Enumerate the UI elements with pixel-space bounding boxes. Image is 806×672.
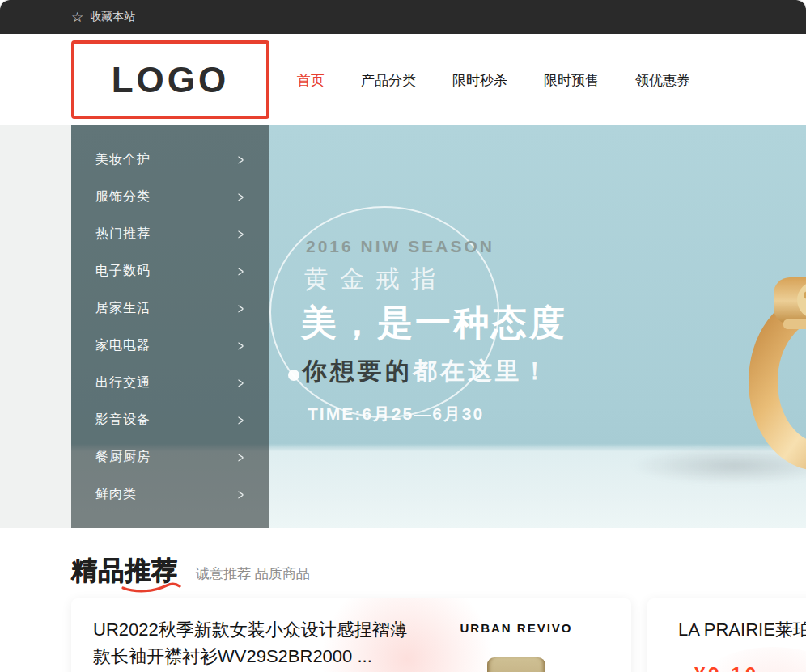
sidebar-item-label: 餐厨厨房 — [95, 449, 151, 466]
category-sidebar: 美妆个护 > 服饰分类 > 热门推荐 > 电子数码 > 居家生活 > 家电电器 … — [71, 125, 269, 528]
nav-item-home[interactable]: 首页 — [297, 71, 325, 90]
banner-subtitle: 黄金戒指 — [304, 263, 567, 296]
nav-item-coupons[interactable]: 领优惠券 — [635, 71, 690, 90]
gold-ring-image — [735, 273, 806, 471]
sidebar-item-home-life[interactable]: 居家生活 > — [71, 290, 269, 327]
banner-time: TIME:6月25—6月30 — [308, 403, 567, 425]
sidebar-item-label: 影音设备 — [95, 412, 151, 429]
sidebar-item-label: 热门推荐 — [95, 226, 151, 243]
hero-section: 2016 NIW SEASON 黄金戒指 美，是一种态度 你想要的都在这里！ T… — [0, 125, 806, 528]
topbar: ☆ 收藏本站 — [0, 0, 806, 34]
main-nav: 首页 产品分类 限时秒杀 限时预售 领优惠券 — [297, 71, 690, 90]
sidebar-item-label: 服饰分类 — [95, 188, 151, 205]
recommend-header: 精品推荐 诚意推荐 品质商品 — [71, 553, 310, 589]
nav-item-flash-sale[interactable]: 限时秒杀 — [452, 71, 507, 90]
logo[interactable]: LOGO — [71, 40, 269, 119]
product-title: LA PRAIRIE莱珀 — [678, 618, 806, 642]
sidebar-item-label: 家电电器 — [95, 337, 151, 354]
product-title: UR2022秋季新款女装小众设计感捏褶薄款长袖开襟衬衫WV29S2BR2000 … — [93, 616, 425, 670]
sidebar-item-apparel[interactable]: 服饰分类 > — [71, 178, 269, 215]
sidebar-item-digital[interactable]: 电子数码 > — [71, 252, 269, 290]
sidebar-item-beauty[interactable]: 美妆个护 > — [71, 141, 269, 178]
banner-tagline-light: 都在这里！ — [413, 357, 550, 384]
left-gutter — [0, 125, 71, 528]
logo-text: LOGO — [112, 60, 230, 100]
sidebar-item-label: 居家生活 — [95, 300, 151, 317]
chevron-right-icon: > — [238, 263, 244, 279]
sidebar-item-fresh-meat[interactable]: 鲜肉类 > — [71, 475, 269, 513]
chevron-right-icon: > — [238, 486, 244, 502]
nav-item-presale[interactable]: 限时预售 — [544, 71, 599, 90]
recommend-title: 精品推荐 — [71, 553, 178, 589]
chevron-right-icon: > — [238, 337, 244, 353]
sidebar-item-appliances[interactable]: 家电电器 > — [71, 327, 269, 364]
recommend-subtitle: 诚意推荐 品质商品 — [196, 564, 310, 583]
sidebar-item-label: 美妆个护 — [95, 151, 151, 168]
sidebar-item-label: 鲜肉类 — [95, 486, 137, 503]
chevron-right-icon: > — [238, 374, 244, 391]
favorite-site-button[interactable]: ☆ 收藏本站 — [71, 10, 135, 24]
chevron-right-icon: > — [238, 449, 244, 465]
favorite-site-label: 收藏本站 — [90, 10, 135, 24]
chevron-right-icon: > — [238, 188, 244, 205]
product-card[interactable]: LA PRAIRIE莱珀 ¥9.10 — [647, 598, 806, 672]
banner-tagline-dark: 你想要的 — [303, 357, 413, 384]
product-card[interactable]: UR2022秋季新款女装小众设计感捏褶薄款长袖开襟衬衫WV29S2BR2000 … — [71, 598, 631, 672]
brand-block: URBAN REVIVO — [427, 621, 605, 672]
sidebar-item-label: 电子数码 — [95, 263, 151, 280]
product-image — [487, 657, 545, 672]
sidebar-item-label: 出行交通 — [95, 374, 151, 391]
chevron-right-icon: > — [238, 300, 244, 316]
red-swoosh-decoration — [121, 581, 181, 594]
chevron-right-icon: > — [238, 151, 244, 167]
sidebar-item-hot[interactable]: 热门推荐 > — [71, 215, 269, 252]
nav-item-categories[interactable]: 产品分类 — [361, 71, 416, 90]
banner-tagline: 你想要的都在这里！ — [303, 355, 567, 388]
sidebar-item-kitchen[interactable]: 餐厨厨房 > — [71, 438, 269, 475]
chevron-right-icon: > — [238, 226, 244, 242]
banner-season: 2016 NIW SEASON — [306, 237, 567, 256]
sidebar-item-av-equipment[interactable]: 影音设备 > — [71, 401, 269, 438]
sidebar-item-transport[interactable]: 出行交通 > — [71, 364, 269, 401]
dot-decoration — [288, 370, 299, 381]
brand-name: URBAN REVIVO — [427, 621, 605, 635]
header: LOGO 首页 产品分类 限时秒杀 限时预售 领优惠券 — [0, 34, 806, 125]
page: ☆ 收藏本站 LOGO 首页 产品分类 限时秒杀 限时预售 领优惠券 2016 … — [0, 0, 806, 672]
banner-text: 2016 NIW SEASON 黄金戒指 美，是一种态度 你想要的都在这里！ T… — [301, 237, 567, 425]
chevron-right-icon: > — [238, 412, 244, 428]
banner-title: 美，是一种态度 — [301, 299, 567, 347]
star-icon: ☆ — [71, 11, 83, 24]
product-price: ¥9.10 — [694, 663, 759, 672]
